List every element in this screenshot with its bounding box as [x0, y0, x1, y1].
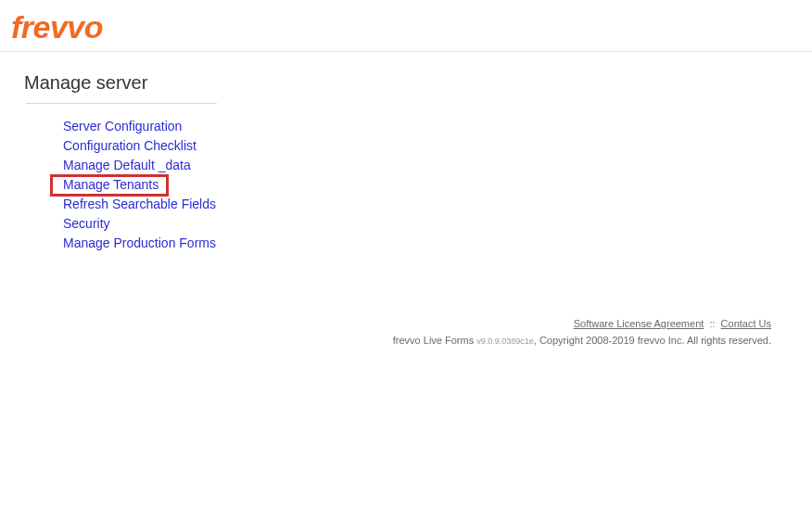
title-divider: [26, 103, 217, 104]
menu-item-refresh-searchable-fields[interactable]: Refresh Searchable Fields: [63, 195, 812, 214]
footer-copyright-line: frevvo Live Forms v9.0.9.0389c1e, Copyri…: [393, 332, 771, 349]
license-agreement-link[interactable]: Software License Agreement: [574, 318, 704, 329]
page-title: Manage server: [24, 72, 812, 94]
menu-link[interactable]: Server Configuration: [63, 119, 182, 133]
menu-link[interactable]: Manage Default _data: [63, 158, 191, 172]
menu-item-manage-tenants[interactable]: Manage Tenants: [63, 175, 812, 195]
menu-link[interactable]: Manage Tenants: [63, 177, 159, 192]
footer-separator: ::: [709, 318, 715, 329]
menu-link[interactable]: Refresh Searchable Fields: [63, 197, 216, 211]
menu-item-manage-default-data[interactable]: Manage Default _data: [63, 156, 812, 175]
menu-link[interactable]: Configuration Checklist: [63, 138, 197, 153]
logo: frevvo: [11, 9, 103, 44]
menu-item-manage-production-forms[interactable]: Manage Production Forms: [63, 234, 812, 253]
product-version: v9.0.9.0389c1e: [476, 337, 534, 346]
footer-links: Software License Agreement :: Contact Us: [393, 315, 771, 332]
manage-server-menu: Server Configuration Configuration Check…: [24, 117, 812, 253]
menu-item-configuration-checklist[interactable]: Configuration Checklist: [63, 136, 812, 156]
copyright-text: , Copyright 2008-2019 frevvo Inc. All ri…: [534, 335, 771, 346]
menu-item-server-configuration[interactable]: Server Configuration: [63, 117, 812, 136]
footer: Software License Agreement :: Contact Us…: [393, 315, 771, 349]
header: frevvo: [0, 0, 812, 52]
menu-link[interactable]: Security: [63, 216, 110, 231]
product-name: frevvo Live Forms: [393, 335, 474, 346]
menu-item-security[interactable]: Security: [63, 214, 812, 234]
content-area: Manage server Server Configuration Confi…: [0, 52, 812, 253]
contact-us-link[interactable]: Contact Us: [721, 318, 771, 329]
menu-link[interactable]: Manage Production Forms: [63, 235, 216, 250]
